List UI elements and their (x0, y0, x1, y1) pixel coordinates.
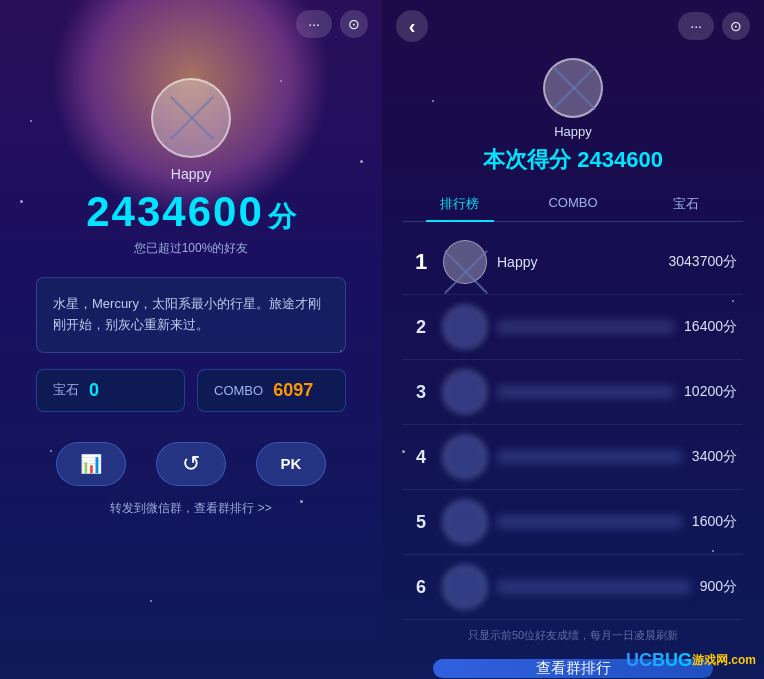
lb-score-3: 10200分 (684, 383, 737, 401)
left-content: Happy 2434600 分 您已超过100%的好友 水星，Mercury，太… (0, 48, 382, 517)
right-username: Happy (554, 124, 592, 139)
left-target-icon[interactable]: ⊙ (340, 10, 368, 38)
ucbug-logo: UCBUG (626, 650, 692, 671)
refresh-icon: ↺ (182, 451, 200, 477)
rank-3: 3 (409, 382, 433, 403)
right-avatar (543, 58, 603, 118)
chart-icon: 📊 (80, 453, 102, 475)
right-top-icons: ··· ⊙ (678, 12, 750, 40)
rank-4: 4 (409, 447, 433, 468)
gem-value: 0 (89, 380, 99, 401)
pk-button[interactable]: PK (256, 442, 326, 486)
tabs-row: 排行榜 COMBO 宝石 (403, 187, 743, 222)
lb-avatar-1 (443, 240, 487, 284)
table-row: 6 900分 (403, 555, 743, 620)
lb-name-3 (497, 385, 674, 399)
lb-score-4: 3400分 (692, 448, 737, 466)
footer-note: 只显示前50位好友成绩，每月一日凌晨刷新 (468, 620, 678, 651)
description-box: 水星，Mercury，太阳系最小的行星。旅途才刚刚开始，别灰心重新来过。 (36, 277, 346, 353)
lb-name-4 (497, 450, 682, 464)
score-unit: 分 (268, 198, 296, 236)
right-target-icon[interactable]: ⊙ (722, 12, 750, 40)
pk-label: PK (281, 455, 302, 472)
back-button[interactable]: ‹ (396, 10, 428, 42)
stats-row: 宝石 0 COMBO 6097 (36, 369, 346, 412)
combo-stat-box: COMBO 6097 (197, 369, 346, 412)
score-value: 2434600 (86, 188, 264, 236)
description-text: 水星，Mercury，太阳系最小的行星。旅途才刚刚开始，别灰心重新来过。 (53, 296, 321, 332)
username: Happy (171, 166, 211, 182)
score-display: 2434600 分 (86, 182, 296, 236)
table-row: 5 1600分 (403, 490, 743, 555)
table-row: 3 10200分 (403, 360, 743, 425)
left-panel: ··· ⊙ Happy 2434600 分 您已超过100%的好友 水星，Mer… (0, 0, 382, 679)
tab-combo[interactable]: COMBO (516, 187, 629, 221)
lb-name-1: Happy (497, 254, 658, 270)
chart-button[interactable]: 📊 (56, 442, 126, 486)
right-panel: ‹ ··· ⊙ Happy 本次得分 2434600 排行榜 COMBO 宝石 … (382, 0, 764, 679)
lb-avatar-x-1 (445, 242, 485, 282)
lb-score-1: 3043700分 (668, 253, 737, 271)
table-row: 1 Happy 3043700分 (403, 230, 743, 295)
lb-name-5 (497, 515, 682, 529)
lb-score-5: 1600分 (692, 513, 737, 531)
lb-name-2 (497, 320, 674, 334)
right-menu-dots-icon: ··· (690, 18, 702, 34)
right-avatar-x-icon (545, 58, 601, 118)
leaderboard: 1 Happy 3043700分 2 16400分 3 10200分 4 34 (403, 230, 743, 620)
watermark-text: 游戏网.com (692, 652, 756, 669)
share-text[interactable]: 转发到微信群，查看群排行 >> (110, 500, 271, 517)
lb-avatar-5 (443, 500, 487, 544)
rank-1: 1 (409, 249, 433, 275)
lb-score-6: 900分 (700, 578, 737, 596)
tab-leaderboard[interactable]: 排行榜 (403, 187, 516, 221)
right-menu-button[interactable]: ··· (678, 12, 714, 40)
right-top-bar: ‹ ··· ⊙ (382, 0, 764, 52)
lb-avatar-4 (443, 435, 487, 479)
rank-6: 6 (409, 577, 433, 598)
table-row: 4 3400分 (403, 425, 743, 490)
gem-stat-box: 宝石 0 (36, 369, 185, 412)
right-score-title: 本次得分 2434600 (483, 145, 663, 175)
lb-score-2: 16400分 (684, 318, 737, 336)
rank-5: 5 (409, 512, 433, 533)
lb-name-6 (497, 580, 690, 594)
combo-label: COMBO (214, 383, 263, 398)
refresh-button[interactable]: ↺ (156, 442, 226, 486)
tab-gem[interactable]: 宝石 (630, 187, 743, 221)
back-icon: ‹ (409, 15, 416, 38)
avatar-x-icon (161, 88, 221, 148)
action-row: 📊 ↺ PK (36, 442, 346, 486)
watermark: UCBUG 游戏网.com (626, 650, 756, 671)
gem-label: 宝石 (53, 381, 79, 399)
combo-value: 6097 (273, 380, 313, 401)
lb-avatar-2 (443, 305, 487, 349)
avatar (151, 78, 231, 158)
lb-avatar-6 (443, 565, 487, 609)
see-ranking-label: 查看群排行 (536, 659, 611, 678)
rank-2: 2 (409, 317, 433, 338)
table-row: 2 16400分 (403, 295, 743, 360)
percentile-text: 您已超过100%的好友 (134, 240, 249, 257)
lb-avatar-3 (443, 370, 487, 414)
